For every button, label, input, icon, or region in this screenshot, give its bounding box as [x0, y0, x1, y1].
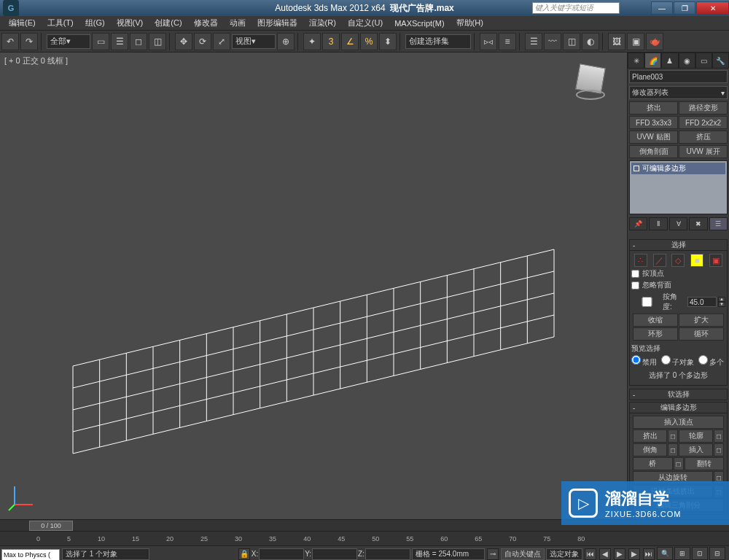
rendered-frame-button[interactable]: ▣	[627, 33, 644, 50]
menu-customize[interactable]: 自定义(U)	[342, 16, 389, 30]
preset-squeeze[interactable]: 挤压	[679, 131, 728, 144]
zoom-all-button[interactable]: ⊞	[674, 547, 690, 560]
angle-snap-button[interactable]: ∠	[341, 33, 359, 50]
menu-modifiers[interactable]: 修改器	[188, 16, 224, 30]
stack-item-editable-poly[interactable]: 可编辑多边形	[631, 163, 725, 174]
make-unique-button[interactable]: ∀	[669, 217, 687, 230]
subobj-border-button[interactable]: ◇	[671, 254, 685, 267]
subobj-edge-button[interactable]: ／	[653, 254, 666, 267]
menu-tools[interactable]: 工具(T)	[42, 16, 79, 30]
render-setup-button[interactable]: 🖼	[608, 33, 625, 50]
configure-sets-button[interactable]: ☰	[709, 217, 728, 230]
z-coord-input[interactable]	[365, 548, 410, 560]
select-rotate-button[interactable]: ⟳	[194, 33, 211, 50]
subobj-element-button[interactable]: ▣	[709, 254, 722, 267]
menu-view[interactable]: 视图(V)	[111, 16, 149, 30]
restore-button[interactable]: ❐	[674, 1, 695, 15]
viewcube-ring-icon[interactable]	[576, 90, 605, 100]
x-coord-input[interactable]	[259, 548, 304, 560]
select-manipulate-button[interactable]: ✦	[303, 33, 321, 50]
autokey-button[interactable]: 自动关键点	[501, 548, 545, 560]
tab-display[interactable]: ▭	[695, 52, 712, 69]
lock-selection-button[interactable]: 🔒	[238, 548, 250, 560]
bridge-button[interactable]: 桥	[633, 457, 673, 470]
selected-key-dropdown[interactable]: 选定对象	[546, 548, 582, 560]
angle-spin-up[interactable]: ▲	[718, 297, 725, 302]
mirror-button[interactable]: ▹◃	[480, 33, 497, 50]
menu-edit[interactable]: 编辑(E)	[3, 16, 42, 30]
outline-settings-button[interactable]: □	[714, 429, 724, 443]
menu-create[interactable]: 创建(C)	[149, 16, 187, 30]
layers-button[interactable]: ☰	[525, 33, 542, 50]
preset-bevelprofile[interactable]: 倒角剖面	[629, 145, 678, 158]
tab-modify[interactable]: 🌈	[644, 52, 661, 69]
close-button[interactable]: ✕	[696, 1, 729, 15]
key-mode-button[interactable]: ⊸	[487, 548, 499, 560]
preview-multi-radio[interactable]	[698, 355, 708, 365]
tab-utilities[interactable]: 🔧	[712, 52, 729, 69]
shrink-button[interactable]: 收缩	[633, 314, 678, 327]
menu-grapheditors[interactable]: 图形编辑器	[252, 16, 303, 30]
wireframe-plane-object[interactable]: {"cols":18,"rows":4}	[58, 242, 569, 477]
align-button[interactable]: ≡	[499, 33, 516, 50]
inset-settings-button[interactable]: □	[714, 443, 724, 456]
subobj-polygon-button[interactable]: ■	[690, 254, 703, 267]
preset-ffd333[interactable]: FFD 3x3x3	[629, 116, 678, 129]
play-button[interactable]: ▶	[614, 548, 625, 560]
select-scale-button[interactable]: ⤢	[213, 33, 230, 50]
redo-button[interactable]: ↷	[20, 33, 38, 50]
modifier-stack[interactable]: 可编辑多边形	[629, 160, 728, 214]
rollout-edit-poly-header[interactable]: 编辑多边形	[629, 402, 728, 413]
track-bar[interactable]: 05101520253035404550556065707580	[0, 531, 729, 545]
named-selection-dropdown[interactable]: 创建选择集	[405, 34, 471, 49]
ignore-backface-checkbox[interactable]	[631, 281, 639, 289]
bridge-settings-button[interactable]: □	[674, 457, 684, 470]
menu-help[interactable]: 帮助(H)	[451, 16, 489, 30]
percent-snap-button[interactable]: %	[360, 33, 378, 50]
select-region-button[interactable]: ◻	[130, 33, 147, 50]
viewcube[interactable]	[569, 60, 612, 104]
angle-spin-down[interactable]: ▼	[718, 302, 725, 307]
viewport[interactable]: [ + 0 正交 0 线框 ] {"cols":18,"rows":4}	[0, 52, 627, 519]
extrude-button[interactable]: 挤出	[633, 429, 667, 443]
maxscript-listener[interactable]: Max to Physcs (	[1, 549, 60, 561]
preset-uvwmap[interactable]: UVW 贴图	[629, 131, 678, 144]
preset-extrude[interactable]: 挤出	[629, 101, 678, 114]
preset-uvwunwrap[interactable]: UVW 展开	[679, 145, 728, 158]
bevel-settings-button[interactable]: □	[668, 443, 678, 456]
render-button[interactable]: 🫖	[646, 33, 663, 50]
preview-off-radio[interactable]	[631, 355, 641, 365]
zoom-button[interactable]: 🔍	[657, 547, 673, 560]
remove-modifier-button[interactable]: ✖	[689, 217, 707, 230]
zoom-extents-button[interactable]: ⊡	[692, 547, 708, 560]
outline-button[interactable]: 轮廓	[679, 429, 713, 443]
preset-ffd222[interactable]: FFD 2x2x2	[679, 116, 728, 129]
use-pivot-button[interactable]: ⊕	[277, 33, 295, 50]
tab-create[interactable]: ✳	[628, 52, 644, 69]
goto-end-button[interactable]: ⏭	[643, 548, 655, 560]
curve-editor-button[interactable]: 〰	[544, 33, 561, 50]
select-by-name-button[interactable]: ☰	[111, 33, 128, 50]
y-coord-input[interactable]	[312, 548, 357, 560]
zoom-extents-all-button[interactable]: ⊟	[709, 547, 725, 560]
by-angle-input[interactable]	[687, 297, 717, 307]
grow-button[interactable]: 扩大	[679, 314, 724, 327]
select-object-button[interactable]: ▭	[92, 33, 109, 50]
loop-button[interactable]: 循环	[679, 327, 724, 341]
app-logo-icon[interactable]: G	[3, 0, 19, 16]
help-search-input[interactable]: 键入关键字或短语	[532, 2, 620, 14]
insert-vertex-button[interactable]: 插入顶点	[633, 416, 724, 429]
next-frame-button[interactable]: ▶	[628, 548, 640, 560]
modifier-list-dropdown[interactable]: 修改器列表▾	[629, 86, 728, 99]
menu-render[interactable]: 渲染(R)	[303, 16, 342, 30]
pin-stack-button[interactable]: 📌	[629, 217, 647, 230]
rollout-selection-header[interactable]: 选择	[629, 239, 728, 251]
menu-group[interactable]: 组(G)	[79, 16, 111, 30]
by-vertex-checkbox[interactable]	[631, 270, 639, 278]
rollout-soft-selection-header[interactable]: 软选择	[629, 389, 728, 400]
tab-motion[interactable]: ◉	[679, 52, 695, 69]
schematic-view-button[interactable]: ◫	[563, 33, 580, 50]
inset-button[interactable]: 插入	[679, 443, 713, 456]
select-move-button[interactable]: ✥	[175, 33, 192, 50]
by-angle-checkbox[interactable]	[633, 297, 661, 307]
